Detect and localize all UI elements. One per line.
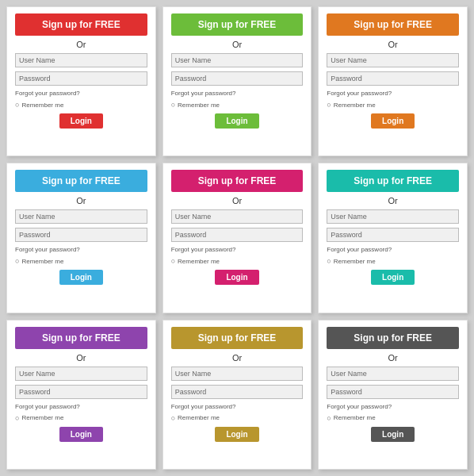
signup-button-6[interactable]: Sign up for FREE: [15, 327, 147, 349]
password-input-0[interactable]: [15, 71, 147, 86]
remember-icon-1: ○: [171, 101, 175, 109]
or-text-7: Or: [232, 353, 242, 363]
card-1: Sign up for FREE Or Forgot your password…: [162, 6, 312, 156]
signup-label-1: Sign up for FREE: [198, 19, 277, 30]
remember-text-6: Remember me: [21, 414, 63, 421]
forgot-text-2: Forgot your password?: [327, 90, 459, 97]
forgot-text-4: Forgot your password?: [171, 246, 304, 253]
or-text-8: Or: [388, 353, 398, 363]
forgot-text-3: Forgot your password?: [15, 246, 147, 253]
remember-icon-8: ○: [327, 414, 331, 422]
password-input-1[interactable]: [171, 71, 304, 86]
remember-icon-0: ○: [15, 101, 19, 109]
remember-text-1: Remember me: [178, 102, 220, 109]
username-input-5[interactable]: [327, 209, 459, 224]
login-label-7: Login: [226, 430, 247, 439]
login-button-2[interactable]: Login: [371, 113, 415, 129]
password-input-7[interactable]: [171, 385, 304, 399]
or-text-3: Or: [76, 196, 86, 205]
login-button-4[interactable]: Login: [215, 270, 258, 285]
remember-text-2: Remember me: [334, 102, 376, 109]
password-input-8[interactable]: [327, 385, 459, 399]
login-label-6: Login: [71, 430, 92, 439]
or-text-1: Or: [232, 40, 242, 49]
remember-icon-2: ○: [327, 101, 331, 109]
remember-text-8: Remember me: [334, 414, 376, 421]
username-input-2[interactable]: [327, 53, 459, 67]
card-4: Sign up for FREE Or Forgot your password…: [162, 163, 312, 313]
login-label-4: Login: [226, 273, 247, 282]
card-2: Sign up for FREE Or Forgot your password…: [318, 6, 468, 156]
signup-button-8[interactable]: Sign up for FREE: [327, 327, 459, 349]
login-label-8: Login: [382, 430, 403, 439]
signup-button-0[interactable]: Sign up for FREE: [15, 13, 147, 36]
signup-label-0: Sign up for FREE: [42, 19, 120, 30]
password-input-4[interactable]: [171, 228, 304, 242]
remember-row-6: ○ Remember me: [15, 414, 147, 422]
remember-icon-3: ○: [15, 257, 19, 265]
login-button-1[interactable]: Login: [215, 113, 258, 129]
login-button-0[interactable]: Login: [59, 113, 103, 129]
signup-button-1[interactable]: Sign up for FREE: [171, 13, 304, 36]
signup-label-5: Sign up for FREE: [354, 175, 432, 186]
or-text-2: Or: [388, 40, 398, 49]
forgot-text-0: Forgot your password?: [15, 90, 147, 97]
remember-icon-7: ○: [171, 414, 175, 422]
signup-button-5[interactable]: Sign up for FREE: [327, 170, 459, 192]
forgot-text-7: Forgot your password?: [171, 403, 304, 410]
username-input-1[interactable]: [171, 53, 304, 67]
remember-text-0: Remember me: [21, 102, 63, 109]
forgot-text-5: Forgot your password?: [327, 246, 459, 253]
card-grid: Sign up for FREE Or Forgot your password…: [0, 0, 474, 476]
password-input-5[interactable]: [327, 228, 459, 242]
remember-row-5: ○ Remember me: [327, 257, 459, 265]
signup-button-2[interactable]: Sign up for FREE: [327, 13, 459, 36]
remember-text-4: Remember me: [178, 258, 220, 265]
remember-icon-6: ○: [15, 414, 19, 422]
login-label-1: Login: [226, 117, 247, 125]
signup-label-3: Sign up for FREE: [42, 175, 120, 186]
username-input-7[interactable]: [171, 367, 304, 381]
or-text-0: Or: [76, 40, 86, 49]
login-button-5[interactable]: Login: [371, 270, 415, 285]
username-input-3[interactable]: [15, 209, 147, 224]
login-button-6[interactable]: Login: [59, 427, 103, 442]
remember-row-7: ○ Remember me: [171, 414, 304, 422]
username-input-8[interactable]: [327, 367, 459, 381]
card-5: Sign up for FREE Or Forgot your password…: [318, 163, 468, 313]
remember-row-4: ○ Remember me: [171, 257, 304, 265]
card-7: Sign up for FREE Or Forgot your password…: [162, 320, 312, 470]
signup-button-7[interactable]: Sign up for FREE: [171, 327, 304, 349]
password-input-3[interactable]: [15, 228, 147, 242]
card-8: Sign up for FREE Or Forgot your password…: [318, 320, 468, 470]
login-label-3: Login: [71, 273, 92, 282]
or-text-6: Or: [76, 353, 86, 363]
login-button-8[interactable]: Login: [371, 427, 415, 442]
signup-button-4[interactable]: Sign up for FREE: [171, 170, 304, 192]
signup-label-7: Sign up for FREE: [198, 332, 277, 344]
card-0: Sign up for FREE Or Forgot your password…: [6, 6, 156, 156]
login-button-3[interactable]: Login: [59, 270, 103, 285]
username-input-0[interactable]: [15, 53, 147, 67]
or-text-5: Or: [388, 196, 398, 205]
remember-text-7: Remember me: [178, 414, 220, 421]
forgot-text-1: Forgot your password?: [171, 90, 304, 97]
password-input-6[interactable]: [15, 385, 147, 399]
remember-row-3: ○ Remember me: [15, 257, 147, 265]
signup-label-2: Sign up for FREE: [354, 19, 432, 30]
username-input-6[interactable]: [15, 367, 147, 381]
login-button-7[interactable]: Login: [215, 427, 258, 442]
login-label-2: Login: [382, 117, 403, 125]
username-input-4[interactable]: [171, 209, 304, 224]
signup-label-6: Sign up for FREE: [42, 332, 120, 344]
remember-row-8: ○ Remember me: [327, 414, 459, 422]
card-6: Sign up for FREE Or Forgot your password…: [6, 320, 156, 470]
signup-label-8: Sign up for FREE: [354, 332, 432, 344]
remember-text-5: Remember me: [334, 258, 376, 265]
login-label-0: Login: [71, 117, 92, 125]
remember-row-2: ○ Remember me: [327, 101, 459, 109]
or-text-4: Or: [232, 196, 242, 205]
login-label-5: Login: [382, 273, 403, 282]
password-input-2[interactable]: [327, 71, 459, 86]
signup-button-3[interactable]: Sign up for FREE: [15, 170, 147, 192]
